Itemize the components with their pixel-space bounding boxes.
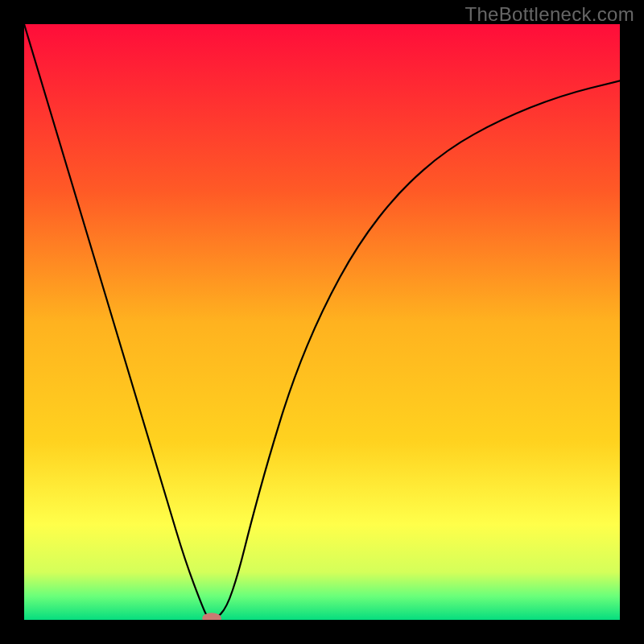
watermark-text: TheBottleneck.com bbox=[464, 3, 634, 26]
chart-frame: TheBottleneck.com bbox=[0, 0, 644, 644]
chart-svg bbox=[24, 24, 620, 620]
plot-area bbox=[24, 24, 620, 620]
